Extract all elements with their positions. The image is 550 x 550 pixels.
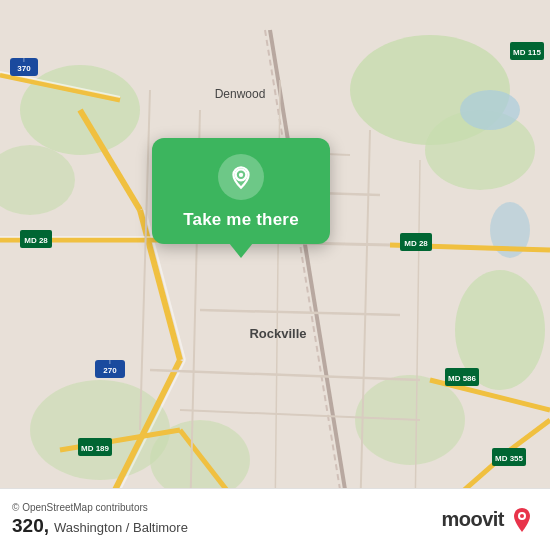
svg-text:I: I xyxy=(109,359,110,365)
moovit-brand-text: moovit xyxy=(441,508,504,531)
svg-text:370: 370 xyxy=(17,64,31,73)
osm-credit-text: © OpenStreetMap contributors xyxy=(12,502,148,513)
moovit-logo: moovit xyxy=(441,506,536,534)
svg-line-28 xyxy=(200,310,400,315)
location-icon-circle xyxy=(218,154,264,200)
osm-attribution: © OpenStreetMap contributors xyxy=(12,502,188,513)
svg-point-61 xyxy=(520,514,524,518)
svg-text:MD 115: MD 115 xyxy=(513,48,542,57)
svg-text:I: I xyxy=(23,57,24,63)
svg-line-22 xyxy=(510,420,550,450)
svg-line-25 xyxy=(270,30,350,520)
svg-text:MD 355: MD 355 xyxy=(495,454,524,463)
svg-text:MD 189: MD 189 xyxy=(81,444,110,453)
location-pin-icon xyxy=(228,164,254,190)
bottom-left-info: © OpenStreetMap contributors 320, Washin… xyxy=(12,502,188,538)
take-me-there-button[interactable]: Take me there xyxy=(183,210,299,230)
popup-card: Take me there xyxy=(152,138,330,244)
svg-text:MD 28: MD 28 xyxy=(24,236,48,245)
svg-text:270: 270 xyxy=(103,366,117,375)
svg-text:MD 586: MD 586 xyxy=(448,374,477,383)
route-region: Washington / Baltimore xyxy=(54,520,188,535)
svg-point-3 xyxy=(0,145,75,215)
svg-line-36 xyxy=(415,160,420,520)
bottom-bar: © OpenStreetMap contributors 320, Washin… xyxy=(0,488,550,550)
svg-line-29 xyxy=(150,370,420,380)
svg-point-59 xyxy=(239,173,243,177)
svg-line-26 xyxy=(265,30,345,520)
route-number: 320, xyxy=(12,515,49,538)
map-container: 370 I 270 I MD 28 MD 28 MD 115 MD 586 MD… xyxy=(0,0,550,550)
svg-point-8 xyxy=(460,90,520,130)
svg-text:Rockville: Rockville xyxy=(249,326,306,341)
map-roads: 370 I 270 I MD 28 MD 28 MD 115 MD 586 MD… xyxy=(0,0,550,550)
svg-text:Denwood: Denwood xyxy=(215,87,266,101)
svg-text:MD 28: MD 28 xyxy=(404,239,428,248)
svg-line-37 xyxy=(140,90,150,430)
moovit-pin-icon xyxy=(508,506,536,534)
svg-line-35 xyxy=(360,130,370,520)
